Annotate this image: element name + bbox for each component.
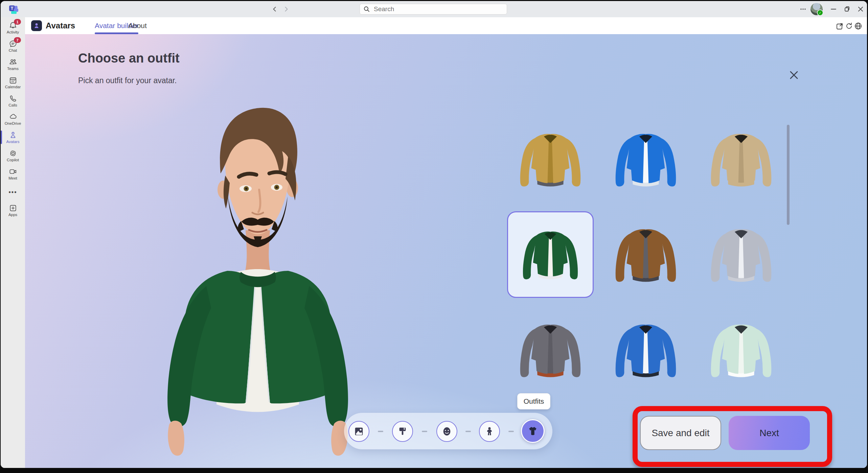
page-subtitle: Pick an outfit for your avatar. — [78, 76, 177, 85]
phone-icon — [9, 94, 17, 103]
outfit-tile[interactable] — [507, 116, 594, 203]
calendar-icon — [9, 76, 17, 85]
sidebar-item-more[interactable]: ••• — [1, 183, 25, 201]
close-dialog-button[interactable] — [786, 67, 802, 83]
people-icon — [9, 58, 17, 66]
globe-button[interactable] — [853, 21, 863, 31]
nav-forward-button[interactable] — [281, 4, 291, 14]
outfit-thumbnail — [510, 119, 591, 200]
step-outfit[interactable] — [521, 419, 545, 443]
title-bar: T ✓ — [1, 1, 867, 17]
minimize-icon — [830, 6, 837, 13]
tshirt-icon — [527, 425, 539, 437]
restore-button[interactable] — [841, 3, 853, 15]
sidebar-item-calendar[interactable]: Calendar — [1, 73, 25, 92]
outfit-thumbnail — [513, 218, 587, 291]
step-background[interactable] — [348, 421, 369, 442]
activity-badge: 1 — [14, 19, 21, 25]
more-dots-icon: ••• — [9, 189, 17, 196]
outfit-thumbnail — [701, 119, 782, 200]
sidebar-item-activity[interactable]: Activity 1 — [1, 19, 25, 37]
outfit-tile[interactable] — [698, 116, 784, 203]
paintbrush-icon — [397, 426, 408, 436]
teams-window: T ✓ — [1, 1, 867, 468]
teams-logo-badge — [11, 11, 17, 14]
avatar-builder-stepper — [344, 413, 552, 449]
titlebar-more-button[interactable] — [797, 3, 809, 15]
close-icon — [788, 69, 800, 81]
step-body[interactable] — [479, 421, 500, 442]
body-icon — [484, 426, 495, 436]
outfit-thumbnail — [605, 214, 686, 295]
outfit-tile[interactable] — [602, 307, 689, 393]
apps-plus-icon — [9, 204, 17, 212]
face-icon — [442, 426, 452, 436]
copilot-icon — [9, 149, 17, 158]
person-icon — [9, 131, 17, 139]
sidebar-item-meet[interactable]: Meet — [1, 165, 25, 183]
outfit-tile-selected[interactable] — [507, 211, 594, 298]
globe-icon — [854, 22, 863, 30]
popout-icon — [836, 22, 844, 30]
outfits-tooltip: Outfits — [517, 393, 550, 409]
outfit-tile[interactable] — [602, 211, 689, 298]
outfit-grid-scrollbar[interactable] — [787, 125, 790, 225]
app-header: Avatars Avatar builder About — [25, 17, 867, 34]
close-icon — [857, 6, 864, 13]
teams-app-icon[interactable]: T — [9, 4, 19, 15]
annotation-highlight-box — [633, 406, 832, 467]
sidebar-item-teams[interactable]: Teams — [1, 55, 25, 73]
outfit-tile[interactable] — [602, 116, 689, 203]
tab-about[interactable]: About — [128, 17, 147, 34]
close-window-button[interactable] — [854, 3, 867, 15]
sidebar-item-avatars[interactable]: Avatars — [1, 128, 25, 146]
sidebar-item-chat[interactable]: Chat 7 — [1, 37, 25, 55]
outfit-thumbnail — [605, 309, 686, 391]
outfit-thumbnail — [510, 309, 591, 391]
avatars-app-icon — [31, 20, 42, 31]
sidebar-item-apps[interactable]: Apps — [1, 201, 25, 219]
sidebar-item-onedrive[interactable]: OneDrive — [1, 110, 25, 128]
refresh-icon — [845, 22, 853, 30]
app-rail: Activity 1 Chat 7 Teams Calendar Calls O… — [1, 17, 25, 468]
presence-status-dot: ✓ — [817, 9, 823, 16]
nav-back-button[interactable] — [270, 4, 279, 14]
app-title: Avatars — [46, 17, 75, 34]
restore-icon — [844, 6, 850, 13]
minimize-button[interactable] — [827, 3, 840, 15]
page-title: Choose an outfit — [78, 51, 180, 66]
step-style[interactable] — [392, 421, 413, 442]
search-bar[interactable] — [360, 4, 507, 15]
sidebar-item-copilot[interactable]: Copilot — [1, 146, 25, 165]
step-connector — [422, 431, 427, 432]
cloud-icon — [9, 113, 17, 121]
step-connector — [378, 431, 383, 432]
chat-badge: 7 — [14, 37, 21, 43]
outfit-tile[interactable] — [507, 307, 594, 393]
outfit-tile[interactable] — [698, 307, 784, 393]
camera-icon — [9, 167, 17, 176]
outfit-tile[interactable] — [698, 211, 784, 298]
avatar-builder-canvas: Choose an outfit Pick an outfit for your… — [25, 34, 867, 468]
refresh-button[interactable] — [844, 21, 854, 31]
step-connector — [508, 431, 514, 432]
sidebar-item-calls[interactable]: Calls — [1, 92, 25, 110]
user-avatar[interactable]: ✓ — [810, 3, 823, 15]
outfit-thumbnail — [605, 119, 686, 200]
avatar-3d-preview[interactable] — [140, 88, 357, 468]
step-face[interactable] — [436, 421, 457, 442]
search-icon — [363, 6, 370, 13]
more-dots-icon — [800, 6, 806, 13]
image-icon — [354, 426, 364, 436]
popout-button[interactable] — [835, 21, 845, 31]
step-connector — [465, 431, 471, 432]
outfit-thumbnail — [701, 214, 782, 295]
search-input[interactable] — [373, 5, 503, 13]
outfit-thumbnail — [701, 309, 782, 391]
